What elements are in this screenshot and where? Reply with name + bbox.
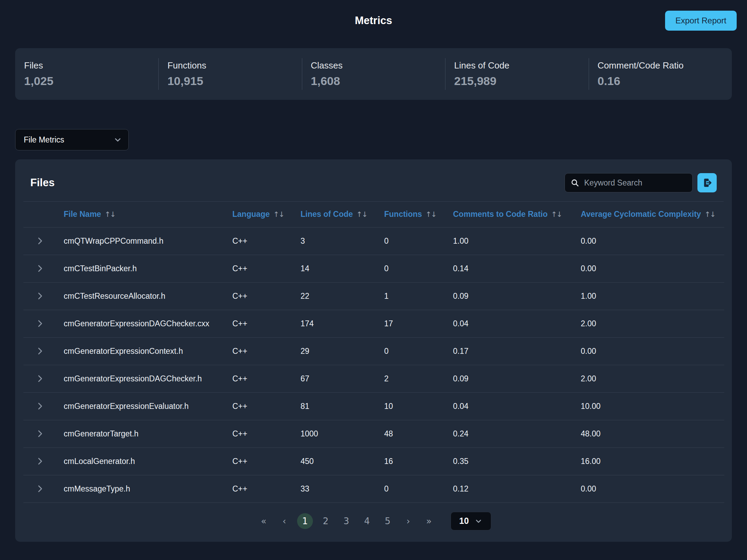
table-row: cmCTestBinPacker.h C++ 14 0 0.14 0.00 bbox=[23, 255, 724, 282]
export-report-button[interactable]: Export Report bbox=[665, 11, 737, 31]
table-row: cmQTWrapCPPCommand.h C++ 3 0 1.00 0.00 bbox=[23, 227, 724, 255]
cell-lines-of-code: 1000 bbox=[301, 420, 384, 447]
row-expand-button[interactable] bbox=[35, 291, 45, 301]
cell-comments-to-code-ratio: 0.04 bbox=[453, 310, 581, 337]
first-page-button[interactable]: « bbox=[256, 513, 272, 529]
chevron-right-icon bbox=[35, 319, 45, 328]
column-header-label: Functions bbox=[384, 210, 422, 219]
table-card-header: Files bbox=[23, 159, 724, 202]
prev-page-button[interactable]: ‹ bbox=[276, 513, 292, 529]
row-expand-button[interactable] bbox=[35, 346, 45, 356]
chevron-right-icon bbox=[35, 291, 45, 301]
cell-language: C++ bbox=[232, 227, 301, 255]
cell-file-name: cmCTestBinPacker.h bbox=[64, 255, 232, 282]
cell-average-cyclomatic-complexity: 2.00 bbox=[581, 310, 724, 337]
file-export-icon bbox=[702, 177, 713, 188]
cell-language: C++ bbox=[232, 447, 301, 475]
column-header-label: Comments to Code Ratio bbox=[453, 210, 548, 219]
row-expand-button[interactable] bbox=[35, 264, 45, 273]
column-header-language[interactable]: Language↑↓ bbox=[232, 202, 301, 227]
page-number-button[interactable]: 2 bbox=[318, 513, 334, 529]
column-header-label: Average Cyclomatic Complexity bbox=[581, 210, 701, 219]
stat-value: 0.16 bbox=[598, 74, 732, 88]
chevron-right-icon bbox=[35, 264, 45, 273]
cell-file-name: cmMessageType.h bbox=[64, 475, 232, 503]
stat-label: Classes bbox=[311, 60, 445, 71]
sort-icon: ↑↓ bbox=[273, 210, 284, 219]
table-row: cmLocalGenerator.h C++ 450 16 0.35 16.00 bbox=[23, 447, 724, 475]
metric-type-select[interactable]: File Metrics bbox=[15, 129, 129, 150]
cell-functions: 48 bbox=[384, 420, 453, 447]
stat-value: 1,608 bbox=[311, 74, 445, 88]
search-box[interactable] bbox=[565, 173, 693, 192]
chevron-right-icon bbox=[35, 429, 45, 439]
cell-file-name: cmGeneratorExpressionContext.h bbox=[64, 337, 232, 365]
row-expand-button[interactable] bbox=[35, 484, 45, 494]
cell-language: C++ bbox=[232, 392, 301, 420]
cell-average-cyclomatic-complexity: 2.00 bbox=[581, 365, 724, 392]
stat-item: Classes 1,608 bbox=[302, 60, 445, 88]
cell-average-cyclomatic-complexity: 48.00 bbox=[581, 420, 724, 447]
cell-file-name: cmGeneratorTarget.h bbox=[64, 420, 232, 447]
stat-label: Functions bbox=[167, 60, 302, 71]
page-number-button-active[interactable]: 1 bbox=[297, 513, 313, 529]
cell-file-name: cmCTestResourceAllocator.h bbox=[64, 282, 232, 310]
page-number-button[interactable]: 3 bbox=[338, 513, 354, 529]
cell-lines-of-code: 22 bbox=[301, 282, 384, 310]
cell-language: C++ bbox=[232, 255, 301, 282]
row-expand-button[interactable] bbox=[35, 456, 45, 466]
search-icon bbox=[570, 178, 579, 187]
column-header-file-name[interactable]: File Name↑↓ bbox=[64, 202, 232, 227]
stat-label: Lines of Code bbox=[454, 60, 588, 71]
cell-comments-to-code-ratio: 0.09 bbox=[453, 282, 581, 310]
cell-lines-of-code: 67 bbox=[301, 365, 384, 392]
top-bar: Metrics Export Report bbox=[0, 0, 747, 41]
row-expand-button[interactable] bbox=[35, 429, 45, 439]
cell-file-name: cmGeneratorExpressionDAGChecker.cxx bbox=[64, 310, 232, 337]
cell-language: C++ bbox=[232, 282, 301, 310]
chevron-right-icon bbox=[35, 456, 45, 466]
export-table-button[interactable] bbox=[697, 173, 717, 192]
cell-functions: 0 bbox=[384, 337, 453, 365]
page-number-button[interactable]: 5 bbox=[380, 513, 396, 529]
table-row: cmGeneratorExpressionContext.h C++ 29 0 … bbox=[23, 337, 724, 365]
row-expand-button[interactable] bbox=[35, 319, 45, 328]
stat-value: 215,989 bbox=[454, 74, 588, 88]
cell-language: C++ bbox=[232, 475, 301, 503]
sort-icon: ↑↓ bbox=[704, 210, 715, 219]
cell-comments-to-code-ratio: 0.17 bbox=[453, 337, 581, 365]
sort-icon: ↑↓ bbox=[425, 210, 436, 219]
cell-file-name: cmGeneratorExpressionDAGChecker.h bbox=[64, 365, 232, 392]
row-expand-button[interactable] bbox=[35, 401, 45, 411]
cell-comments-to-code-ratio: 0.24 bbox=[453, 420, 581, 447]
stat-item: Lines of Code 215,989 bbox=[445, 60, 588, 88]
cell-average-cyclomatic-complexity: 0.00 bbox=[581, 475, 724, 503]
cell-average-cyclomatic-complexity: 16.00 bbox=[581, 447, 724, 475]
column-header-label: Language bbox=[232, 210, 270, 219]
cell-comments-to-code-ratio: 1.00 bbox=[453, 227, 581, 255]
cell-language: C++ bbox=[232, 365, 301, 392]
cell-functions: 17 bbox=[384, 310, 453, 337]
stat-label: Files bbox=[24, 60, 158, 71]
row-expand-button[interactable] bbox=[35, 236, 45, 246]
cell-file-name: cmQTWrapCPPCommand.h bbox=[64, 227, 232, 255]
column-header-lines-of-code[interactable]: Lines of Code↑↓ bbox=[301, 202, 384, 227]
cell-comments-to-code-ratio: 0.12 bbox=[453, 475, 581, 503]
last-page-button[interactable]: » bbox=[421, 513, 437, 529]
next-page-button[interactable]: › bbox=[400, 513, 416, 529]
column-header-functions[interactable]: Functions↑↓ bbox=[384, 202, 453, 227]
cell-comments-to-code-ratio: 0.35 bbox=[453, 447, 581, 475]
cell-functions: 0 bbox=[384, 255, 453, 282]
row-expand-button[interactable] bbox=[35, 374, 45, 383]
search-input[interactable] bbox=[583, 178, 687, 188]
column-header-comments-to-code-ratio[interactable]: Comments to Code Ratio↑↓ bbox=[453, 202, 581, 227]
table-title: Files bbox=[30, 177, 55, 189]
sort-icon: ↑↓ bbox=[105, 210, 115, 219]
page-size-select[interactable]: 10 bbox=[451, 512, 491, 530]
page-number-button[interactable]: 4 bbox=[359, 513, 375, 529]
column-header-label: File Name bbox=[64, 210, 101, 219]
column-header-average-cyclomatic-complexity[interactable]: Average Cyclomatic Complexity↑↓ bbox=[581, 202, 724, 227]
table-row: cmMessageType.h C++ 33 0 0.12 0.00 bbox=[23, 475, 724, 503]
page-size-value: 10 bbox=[459, 516, 469, 526]
cell-lines-of-code: 3 bbox=[301, 227, 384, 255]
